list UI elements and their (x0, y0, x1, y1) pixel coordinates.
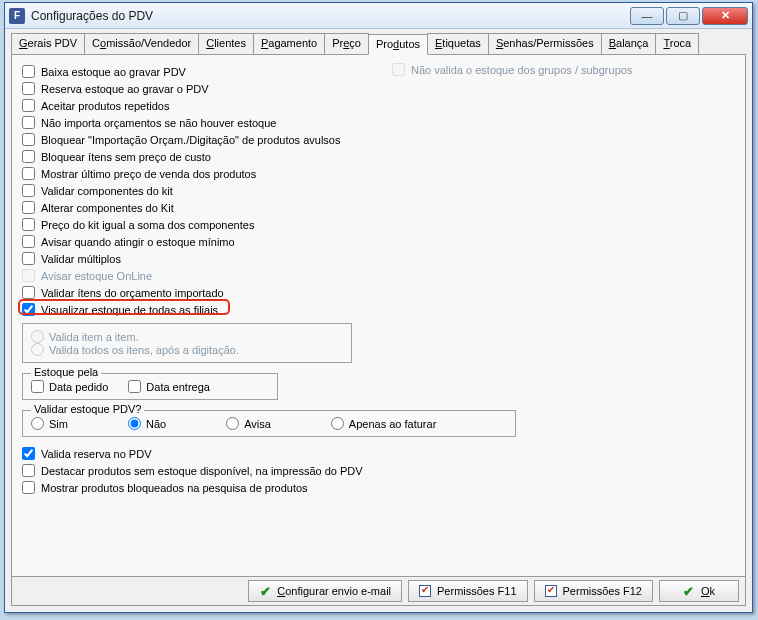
valida-itens-group: Valida item a item. Valida todos os iten… (22, 323, 352, 363)
check-icon: ✔ (259, 585, 271, 597)
checkbox-nao-valida-grupos (392, 63, 405, 76)
checkbox-row[interactable]: Destacar produtos sem estoque disponível… (22, 462, 735, 479)
radio-input[interactable] (128, 417, 141, 430)
checkbox-row[interactable]: Valida reserva no PDV (22, 445, 735, 462)
radio-apenas-ao-faturar[interactable]: Apenas ao faturar (331, 417, 436, 430)
checkbox-label: Mostrar último preço de venda dos produt… (41, 168, 256, 180)
tab-produtos[interactable]: Produtos (368, 34, 428, 55)
checkbox-input (22, 269, 35, 282)
right-checkbox-row: Não valida o estoque dos grupos / subgru… (392, 63, 632, 76)
checkbox-label: Reserva estoque ao gravar o PDV (41, 83, 209, 95)
tab-balan-a[interactable]: Balança (601, 33, 657, 54)
checkbox-row[interactable]: Mostrar último preço de venda dos produt… (22, 165, 735, 182)
checkbox-input[interactable] (22, 116, 35, 129)
permissions-icon (545, 585, 557, 597)
button-label: Permissões F11 (437, 585, 516, 597)
checkbox-row[interactable]: Não importa orçamentos se não houver est… (22, 114, 735, 131)
radio-valida-item-a-item: Valida item a item. (31, 330, 343, 343)
radio-avisa[interactable]: Avisa (226, 417, 271, 430)
checkbox-label: Data entrega (146, 381, 210, 393)
checkbox-input[interactable] (128, 380, 141, 393)
checkbox-row[interactable]: Bloquear ítens sem preço de custo (22, 148, 735, 165)
checkbox-input[interactable] (22, 286, 35, 299)
tab-gerais-pdv[interactable]: Gerais PDV (11, 33, 85, 54)
checkbox-input[interactable] (22, 201, 35, 214)
ok-button[interactable]: ✔ Ok (659, 580, 739, 602)
tab-clientes[interactable]: Clientes (198, 33, 254, 54)
configurar-email-button[interactable]: ✔ Configurar envio e-mail (248, 580, 402, 602)
button-label: Configurar envio e-mail (277, 585, 391, 597)
tab-pagamento[interactable]: Pagamento (253, 33, 325, 54)
checkbox-input[interactable] (31, 380, 44, 393)
checkbox-label: Validar múltiplos (41, 253, 121, 265)
checkbox-input[interactable] (22, 150, 35, 163)
checkbox-data-entrega[interactable]: Data entrega (128, 380, 210, 393)
close-button[interactable]: ✕ (702, 7, 748, 25)
checkbox-label: Alterar componentes do Kit (41, 202, 174, 214)
radio-row: SimNãoAvisaApenas ao faturar (31, 417, 507, 430)
radio-label: Sim (49, 418, 68, 430)
checkbox-row[interactable]: Preço do kit igual a soma dos componente… (22, 216, 735, 233)
maximize-button[interactable]: ▢ (666, 7, 700, 25)
titlebar: F Configurações do PDV — ▢ ✕ (5, 3, 752, 29)
tab-troca[interactable]: Troca (655, 33, 699, 54)
checkbox-row[interactable]: Mostrar produtos bloqueados na pesquisa … (22, 479, 735, 496)
radio-label: Avisa (244, 418, 271, 430)
radio-label: Apenas ao faturar (349, 418, 436, 430)
checkbox-label: Data pedido (49, 381, 108, 393)
checkbox-row[interactable]: Bloquear "Importação Orçam./Digitação" d… (22, 131, 735, 148)
checkbox-input[interactable] (22, 184, 35, 197)
group-legend: Validar estoque PDV? (31, 403, 144, 415)
permissoes-f12-button[interactable]: Permissões F12 (534, 580, 653, 602)
window-title: Configurações do PDV (31, 9, 628, 23)
checkbox-label: Destacar produtos sem estoque disponível… (41, 465, 363, 477)
radio-input[interactable] (31, 417, 44, 430)
checkbox-input[interactable] (22, 99, 35, 112)
checkbox-input[interactable] (22, 481, 35, 494)
radio-n-o[interactable]: Não (128, 417, 166, 430)
check-icon: ✔ (683, 585, 695, 597)
radio-input[interactable] (226, 417, 239, 430)
checkbox-label: Validar ítens do orçamento importado (41, 287, 224, 299)
checkbox-row[interactable]: Validar múltiplos (22, 250, 735, 267)
checkbox-label: Aceitar produtos repetidos (41, 100, 169, 112)
checkbox-row[interactable]: Avisar quando atingir o estoque mínimo (22, 233, 735, 250)
checkbox-label: Avisar quando atingir o estoque mínimo (41, 236, 235, 248)
checkbox-label: Não importa orçamentos se não houver est… (41, 117, 276, 129)
tab-senhas-permiss-es[interactable]: Senhas/Permissões (488, 33, 602, 54)
checkbox-input[interactable] (22, 133, 35, 146)
button-bar: ✔ Configurar envio e-mail Permissões F11… (11, 576, 746, 606)
checkbox-row[interactable]: Reserva estoque ao gravar o PDV (22, 80, 735, 97)
minimize-button[interactable]: — (630, 7, 664, 25)
radio-sim[interactable]: Sim (31, 417, 68, 430)
bottom-checkbox-column: Valida reserva no PDVDestacar produtos s… (22, 445, 735, 496)
checkbox-input[interactable] (22, 447, 35, 460)
checkbox-label: Baixa estoque ao gravar PDV (41, 66, 186, 78)
checkbox-data-pedido[interactable]: Data pedido (31, 380, 108, 393)
radio-input[interactable] (331, 417, 344, 430)
radio-label: Valida item a item. (49, 331, 139, 343)
checkbox-input[interactable] (22, 235, 35, 248)
checkbox-label: Preço do kit igual a soma dos componente… (41, 219, 254, 231)
checkbox-input[interactable] (22, 167, 35, 180)
validar-estoque-group: Validar estoque PDV? SimNãoAvisaApenas a… (22, 410, 516, 437)
tab-strip: Gerais PDVComissão/VendedorClientesPagam… (5, 29, 752, 54)
checkbox-input[interactable] (22, 82, 35, 95)
checkbox-input[interactable] (22, 218, 35, 231)
checkbox-label: Mostrar produtos bloqueados na pesquisa … (41, 482, 308, 494)
permissoes-f11-button[interactable]: Permissões F11 (408, 580, 527, 602)
checkbox-input[interactable] (22, 252, 35, 265)
tab-comiss-o-vendedor[interactable]: Comissão/Vendedor (84, 33, 199, 54)
checkbox-row[interactable]: Validar componentes do kit (22, 182, 735, 199)
checkbox-row[interactable]: Alterar componentes do Kit (22, 199, 735, 216)
checkbox-input[interactable] (22, 464, 35, 477)
button-label: Permissões F12 (563, 585, 642, 597)
tab-etiquetas[interactable]: Etiquetas (427, 33, 489, 54)
radio-input (31, 343, 44, 356)
tab-pre-o[interactable]: Preço (324, 33, 369, 54)
radio-input (31, 330, 44, 343)
estoque-pela-group: Estoque pela Data pedido Data entrega (22, 373, 278, 400)
checkbox-input[interactable] (22, 65, 35, 78)
checkbox-label: Bloquear ítens sem preço de custo (41, 151, 211, 163)
checkbox-row[interactable]: Aceitar produtos repetidos (22, 97, 735, 114)
